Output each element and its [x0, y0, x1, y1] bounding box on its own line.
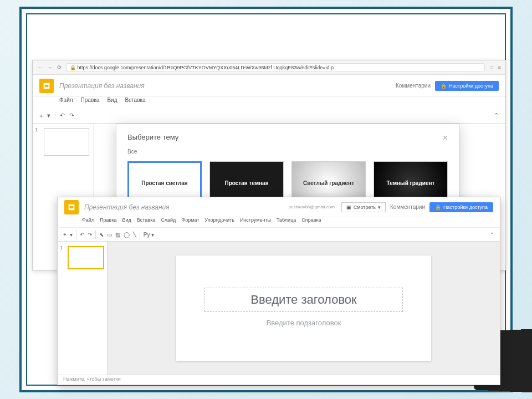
toolbar: + ▾ ↶ ↷ ⌃ [33, 108, 505, 124]
menu-table[interactable]: Таблица [277, 217, 296, 227]
svg-rect-3 [70, 206, 74, 208]
menu-insert[interactable]: Вставка [137, 217, 155, 227]
menu-insert[interactable]: Вставка [125, 97, 145, 108]
comments-button[interactable]: Комментарии [390, 204, 425, 210]
menu-view[interactable]: Вид [107, 97, 117, 108]
undo-icon[interactable]: ↶ [80, 232, 84, 238]
tab-all[interactable]: Все [127, 149, 137, 155]
new-slide-icon[interactable]: + [39, 112, 43, 119]
dropdown-icon[interactable]: ▾ [47, 112, 50, 119]
svg-rect-1 [45, 85, 49, 87]
screenshot-editor: Презентация без названия pushkov86@gmail… [57, 197, 500, 385]
slide-number: 1 [35, 127, 38, 132]
app-header: Презентация без названия pushkov86@gmail… [58, 197, 500, 217]
slide-panel: 1 [58, 242, 108, 375]
chevron-up-icon[interactable]: ⌃ [494, 112, 499, 119]
undo-icon[interactable]: ↶ [60, 112, 65, 119]
app-header: Презентация без названия Комментарии 🔒 Н… [33, 75, 505, 97]
line-icon[interactable]: ╲ [133, 232, 136, 238]
present-button[interactable]: ▣ Смотреть ▾ [341, 202, 386, 212]
canvas-area: Введите заголовок Введите подзаголовок [108, 242, 500, 375]
title-placeholder[interactable]: Введите заголовок [204, 288, 403, 312]
subtitle-placeholder[interactable]: Введите подзаголовок [204, 316, 403, 329]
menu-edit[interactable]: Правка [81, 97, 100, 108]
chevron-up-icon[interactable]: ⌃ [490, 232, 494, 238]
reload-icon[interactable]: ⟳ [57, 64, 62, 70]
doc-title[interactable]: Презентация без названия [59, 82, 145, 90]
slides-logo-icon[interactable] [64, 200, 79, 214]
speaker-notes[interactable]: Нажмите, чтобы заметки [58, 375, 500, 385]
close-icon[interactable]: × [443, 133, 448, 143]
doc-title[interactable]: Презентация без названия [84, 203, 170, 211]
comments-button[interactable]: Комментарии [396, 83, 431, 89]
present-icon: ▣ [346, 204, 351, 210]
menu-format[interactable]: Формат [181, 217, 199, 227]
menu-arrange[interactable]: Упорядочить [204, 217, 234, 227]
menu-help[interactable]: Справка [301, 217, 321, 227]
menu-file[interactable]: Файл [82, 217, 94, 227]
lock-icon: 🔒 [441, 83, 447, 89]
menu-edit[interactable]: Правка [100, 217, 116, 227]
chevron-down-icon: ▾ [378, 204, 381, 210]
toolbar: + ▾ ↶ ↷ ⬉ ▭ ▨ ◯ ╲ Ру ▾ ⌃ [58, 227, 500, 242]
url-text: https://docs.google.com/presentation/d/1… [78, 65, 334, 70]
address-bar[interactable]: 🔒 https://docs.google.com/presentation/d… [66, 63, 485, 72]
redo-icon[interactable]: ↷ [88, 232, 92, 238]
menu-file[interactable]: Файл [59, 97, 73, 108]
title-text: Введите заголовок [212, 293, 396, 307]
textbox-icon[interactable]: ▭ [107, 232, 112, 238]
subtitle-text: Введите подзаголовок [211, 319, 397, 327]
shape-icon[interactable]: ◯ [124, 232, 130, 238]
slide-number: 1 [60, 245, 63, 250]
menu-view[interactable]: Вид [122, 217, 131, 227]
lang-selector[interactable]: Ру ▾ [144, 232, 154, 238]
menu-slide[interactable]: Слайд [161, 217, 176, 227]
browser-chrome: ← → ⟳ 🔒 https://docs.google.com/presenta… [33, 60, 505, 75]
slide-canvas[interactable]: Введите заголовок Введите подзаголовок [176, 255, 431, 361]
lock-icon: 🔒 [70, 65, 76, 70]
menu-tools[interactable]: Инструменты [240, 217, 271, 227]
slide-thumbnail[interactable] [68, 246, 104, 269]
chevron-down-icon[interactable]: ▾ [70, 232, 73, 238]
back-icon[interactable]: ← [37, 64, 43, 70]
user-email: pushkov86@gmail.com [289, 204, 335, 209]
menu-bar: Файл Правка Вид Вставка [33, 97, 505, 108]
share-button[interactable]: 🔒 Настройки доступа [429, 202, 493, 212]
forward-icon[interactable]: → [47, 64, 53, 70]
select-icon[interactable]: ⬉ [99, 232, 104, 238]
slide-thumbnail[interactable] [44, 128, 89, 156]
new-slide-icon[interactable]: + [63, 232, 66, 238]
share-button[interactable]: 🔒 Настройки доступа [435, 81, 499, 91]
menu-bar: Файл Правка Вид Вставка Слайд Формат Упо… [58, 217, 500, 227]
dialog-title: Выберите тему [127, 133, 178, 141]
redo-icon[interactable]: ↷ [69, 112, 74, 119]
slides-logo-icon[interactable] [39, 79, 54, 93]
menu-icon[interactable]: ≡ [498, 64, 501, 70]
image-icon[interactable]: ▨ [115, 232, 120, 238]
lock-icon: 🔒 [435, 204, 441, 210]
star-icon[interactable]: ☆ [489, 64, 494, 70]
